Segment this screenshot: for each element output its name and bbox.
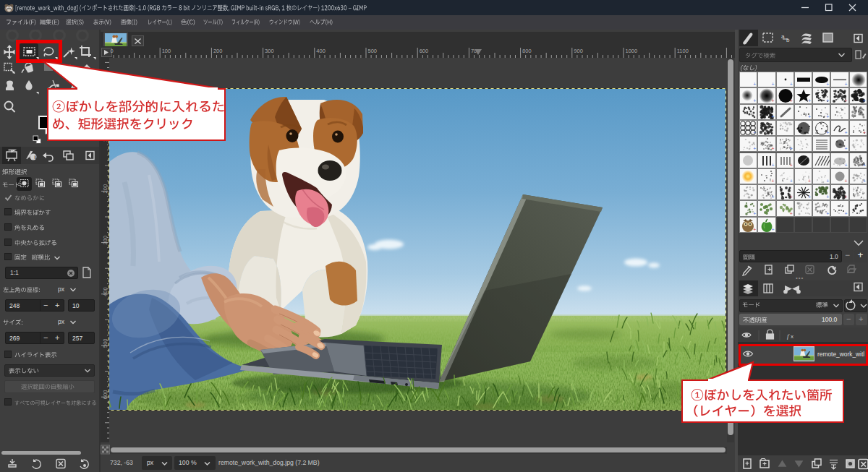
svg-text:600: 600 <box>420 48 429 54</box>
svg-text:400: 400 <box>102 287 109 296</box>
svg-text:1000: 1000 <box>626 48 638 54</box>
svg-text:400: 400 <box>316 48 326 54</box>
svg-text:600: 600 <box>102 390 109 400</box>
svg-text:500: 500 <box>368 48 378 54</box>
svg-text:i: i <box>35 155 36 160</box>
svg-text:300: 300 <box>265 48 274 54</box>
svg-text:f: f <box>787 332 790 340</box>
svg-text:500: 500 <box>102 338 109 348</box>
svg-text:800: 800 <box>522 48 532 54</box>
svg-text:300: 300 <box>102 236 109 245</box>
svg-text:900: 900 <box>574 48 583 54</box>
svg-text:x: x <box>791 333 793 340</box>
svg-text:200: 200 <box>102 184 109 194</box>
svg-text:1100: 1100 <box>677 48 689 54</box>
svg-text:b: b <box>786 37 790 43</box>
